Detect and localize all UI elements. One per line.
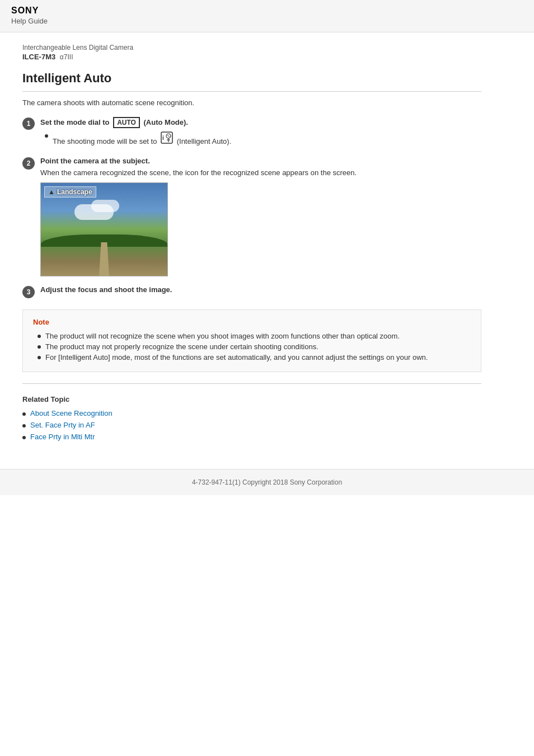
step-1-title-prefix: Set the mode dial to	[40, 118, 111, 126]
model-alpha: α7III	[60, 53, 73, 61]
note-text-3: For [Intelligent Auto] mode, most of the…	[45, 353, 428, 361]
landscape-icon: ▲	[48, 188, 55, 196]
svg-text:i: i	[162, 135, 164, 141]
step-number-2: 2	[22, 157, 35, 170]
related-dot-1	[22, 412, 26, 416]
related-topic-list: About Scene Recognition Set. Face Prty i…	[22, 409, 481, 441]
guide-label: Help Guide	[11, 17, 523, 25]
step-1-bullet-text: The shooting mode will be set to i	[53, 132, 231, 145]
note-dot-1	[38, 335, 41, 338]
device-category: Interchangeable Lens Digital Camera	[22, 44, 481, 51]
note-text-1: The product will not recognize the scene…	[45, 332, 400, 340]
scene-label: Landscape	[57, 188, 92, 196]
brand-logo: SONY	[11, 6, 523, 16]
note-bullet-1: The product will not recognize the scene…	[38, 332, 471, 340]
footer: 4-732-947-11(1) Copyright 2018 Sony Corp…	[0, 469, 534, 495]
bullet-dot-1	[45, 134, 48, 138]
related-link-1[interactable]: About Scene Recognition	[30, 409, 113, 417]
related-link-item-1[interactable]: About Scene Recognition	[22, 409, 481, 417]
step-1-title: Set the mode dial to AUTO (Auto Mode).	[40, 117, 481, 128]
intelligent-auto-icon: i	[161, 132, 173, 144]
related-dot-2	[22, 424, 26, 428]
related-link-item-2[interactable]: Set. Face Prty in AF	[22, 421, 481, 429]
model-number: ILCE-7M3	[22, 53, 55, 61]
scene-recognition-overlay: ▲ Landscape	[44, 186, 96, 198]
note-title: Note	[33, 318, 471, 326]
related-topic-title: Related Topic	[22, 395, 481, 403]
step-1-bullet-item: The shooting mode will be set to i	[45, 132, 481, 145]
page-title: Intelligent Auto	[22, 71, 481, 92]
step-number-1: 1	[22, 118, 35, 130]
step-1: 1 Set the mode dial to AUTO (Auto Mode).…	[22, 117, 481, 148]
section-divider	[22, 383, 481, 384]
step-3-title: Adjust the focus and shoot the image.	[40, 285, 481, 294]
related-link-2[interactable]: Set. Face Prty in AF	[30, 421, 95, 429]
header: SONY Help Guide	[0, 0, 534, 32]
svg-line-5	[167, 135, 170, 137]
related-dot-3	[22, 436, 26, 439]
step-number-3: 3	[22, 286, 35, 298]
note-dot-3	[38, 356, 41, 359]
step-1-bullets: The shooting mode will be set to i	[40, 132, 481, 145]
note-bullet-2: The product may not properly recognize t…	[38, 342, 471, 351]
note-text-2: The product may not properly recognize t…	[45, 342, 318, 351]
step-3: 3 Adjust the focus and shoot the image.	[22, 285, 481, 298]
auto-mode-icon: AUTO	[113, 117, 140, 128]
footer-copyright: 4-732-947-11(1) Copyright 2018 Sony Corp…	[192, 478, 342, 486]
note-section: Note The product will not recognize the …	[22, 309, 481, 372]
step-2: 2 Point the camera at the subject. When …	[22, 157, 481, 276]
step-2-desc: When the camera recognized the scene, th…	[40, 168, 481, 177]
related-link-item-3[interactable]: Face Prty in Mlti Mtr	[22, 433, 481, 441]
cloud-shape-2	[91, 200, 119, 212]
road-shape	[99, 242, 109, 276]
note-dot-2	[38, 345, 41, 349]
step-1-content: Set the mode dial to AUTO (Auto Mode). T…	[40, 117, 481, 148]
landscape-image: ▲ Landscape	[40, 182, 168, 276]
intro-text: The camera shoots with automatic scene r…	[22, 98, 481, 107]
device-model: ILCE-7M3 α7III	[22, 53, 481, 61]
step-2-content: Point the camera at the subject. When th…	[40, 157, 481, 276]
step-3-content: Adjust the focus and shoot the image.	[40, 285, 481, 297]
related-link-3[interactable]: Face Prty in Mlti Mtr	[30, 433, 95, 441]
note-bullet-3: For [Intelligent Auto] mode, most of the…	[38, 353, 471, 361]
step-2-title: Point the camera at the subject.	[40, 157, 481, 165]
step-1-title-suffix: (Auto Mode).	[144, 118, 188, 126]
main-content: Interchangeable Lens Digital Camera ILCE…	[0, 32, 504, 469]
related-topic-section: Related Topic About Scene Recognition Se…	[22, 395, 481, 441]
note-bullets: The product will not recognize the scene…	[33, 332, 471, 361]
